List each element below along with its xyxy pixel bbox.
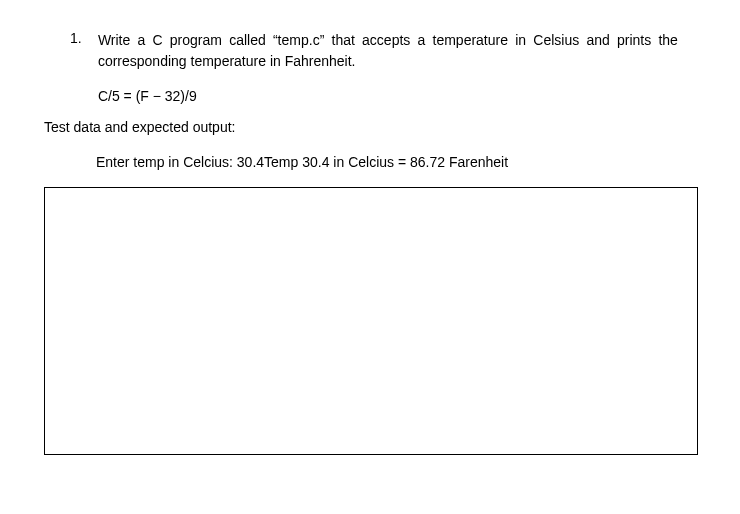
test-data-label: Test data and expected output: [44, 117, 680, 138]
question-item: 1. Write a C program called “temp.c” tha… [70, 30, 680, 117]
question-formula: C/5 = (F − 32)/9 [98, 86, 678, 107]
question-number: 1. [70, 30, 94, 46]
test-data-output: Enter temp in Celcius: 30.4Temp 30.4 in … [96, 152, 680, 173]
question-body: Write a C program called “temp.c” that a… [98, 30, 678, 117]
question-prompt: Write a C program called “temp.c” that a… [98, 30, 678, 72]
answer-box [44, 187, 698, 455]
